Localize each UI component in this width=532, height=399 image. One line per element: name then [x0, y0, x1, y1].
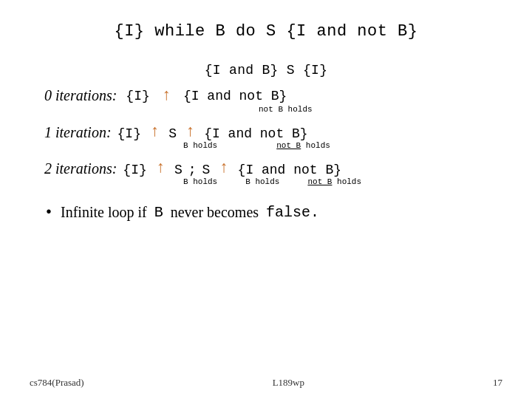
two-iter-label: 2 iterations: [44, 160, 117, 177]
one-iter-holds-row: B holds not B holds [183, 141, 502, 150]
two-not-b-holds: not B holds [307, 177, 361, 186]
footer-center: L189wp [273, 377, 304, 389]
title-text: {I} while B do S {I and not B} [114, 22, 417, 41]
one-not-b-underline: not B [276, 141, 301, 150]
one-iter-i-start: {I} [117, 126, 141, 141]
zero-not-b-holds-text: not B holds [259, 105, 313, 114]
bullet-text: Infinite loop if [61, 204, 147, 221]
bullet-dot: • [44, 204, 53, 221]
one-arrow-col-1: ↑ [150, 123, 160, 141]
zero-iter-right: {I and not B} [183, 89, 287, 103]
two-not-b-underline: not B [307, 177, 332, 186]
one-arrow-1: ↑ [150, 123, 160, 141]
zero-iter-row: 0 iterations: {I} ↑ {I and not B} [44, 86, 502, 105]
zero-iterations-section: 0 iterations: {I} ↑ {I and not B} not B … [44, 86, 502, 114]
two-arrow-col-1: ↑ [156, 159, 166, 177]
zero-iter-label: 0 iterations: [44, 87, 117, 104]
two-arrow-2: ↑ [219, 159, 228, 177]
zero-up-arrow: ↑ [162, 86, 171, 105]
footer: cs784(Prasad) L189wp 17 [30, 377, 502, 389]
one-arrow-col-2: ↑ [185, 123, 195, 141]
two-arrow-1: ↑ [156, 159, 166, 177]
one-iteration-section: 1 iteration: {I} ↑ S ↑ {I and not B} B h… [44, 123, 502, 150]
zero-not-b-holds: not B holds [259, 105, 502, 114]
two-iter-s2: S [202, 163, 211, 177]
title-line: {I} while B do S {I and not B} [30, 22, 502, 41]
two-iter-i-start: {I} [123, 163, 146, 177]
two-iter-s1: S [174, 163, 183, 177]
footer-right: 17 [493, 377, 502, 389]
two-iter-i-end: {I and not B} [238, 163, 341, 177]
bullet-section: • Infinite loop if B never becomes false… [44, 204, 502, 221]
bullet-text2: never becomes [171, 204, 259, 221]
one-b-holds: B holds [183, 141, 217, 150]
two-iter-semicolon: ; [188, 163, 197, 177]
two-arrow-col-2: ↑ [219, 159, 228, 177]
two-b-holds-1: B holds [183, 177, 217, 186]
one-arrow-2: ↑ [185, 123, 195, 141]
bullet-b: B [154, 204, 163, 221]
one-iter-row: 1 iteration: {I} ↑ S ↑ {I and not B} [44, 123, 502, 141]
zero-arrow-col: ↑ [162, 86, 171, 105]
bullet-false: false. [266, 204, 319, 221]
footer-left: cs784(Prasad) [30, 377, 84, 389]
zero-iter-i: {I} [126, 89, 149, 103]
one-iter-s: S [168, 126, 177, 141]
two-iter-holds-row: B holds B holds not B holds [183, 177, 502, 186]
two-b-holds-2: B holds [245, 177, 279, 186]
hoare-triple: {I and B} S {I} [30, 63, 502, 78]
two-iter-row: 2 iterations: {I} ↑ S ; S ↑ {I and not B… [44, 159, 502, 177]
one-iter-i-end: {I and not B} [204, 126, 307, 141]
hoare-triple-text: {I and B} S {I} [205, 63, 328, 78]
one-not-b-holds: not B holds [276, 141, 330, 150]
two-iterations-section: 2 iterations: {I} ↑ S ; S ↑ {I and not B… [44, 159, 502, 186]
one-iter-label: 1 iteration: [44, 124, 112, 141]
